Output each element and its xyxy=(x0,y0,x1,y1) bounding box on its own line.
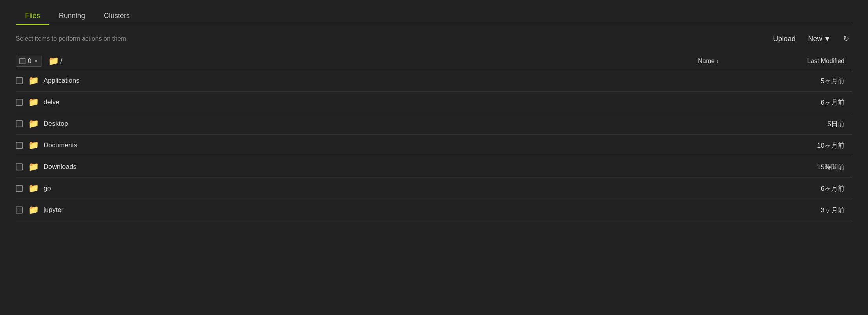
file-name: go xyxy=(44,185,774,192)
tab-clusters[interactable]: Clusters xyxy=(94,8,139,25)
breadcrumb-folder-icon: 📁 xyxy=(48,56,59,66)
tab-bar: Files Running Clusters xyxy=(16,8,852,25)
file-modified: 6ヶ月前 xyxy=(774,184,852,193)
file-name: Documents xyxy=(44,141,774,149)
folder-icon: 📁 xyxy=(28,162,39,172)
file-checkbox[interactable] xyxy=(16,185,23,192)
column-name-header[interactable]: Name ↓ xyxy=(698,58,719,65)
file-name: delve xyxy=(44,98,774,106)
toolbar: Select items to perform actions on them.… xyxy=(16,31,852,46)
folder-icon: 📁 xyxy=(28,119,39,129)
upload-label: Upload xyxy=(773,35,795,43)
file-modified: 6ヶ月前 xyxy=(774,98,852,107)
select-all-checkbox[interactable] xyxy=(19,58,25,64)
file-row[interactable]: 📁 Desktop 5日前 xyxy=(16,113,852,135)
selected-count: 0 xyxy=(28,58,31,65)
breadcrumb-path[interactable]: / xyxy=(60,57,62,65)
file-modified: 10ヶ月前 xyxy=(774,141,852,150)
file-row[interactable]: 📁 jupyter 3ヶ月前 xyxy=(16,199,852,221)
file-checkbox[interactable] xyxy=(16,163,23,170)
tab-running[interactable]: Running xyxy=(49,8,94,25)
select-all-container[interactable]: 0 ▼ xyxy=(16,56,42,67)
file-modified: 5ヶ月前 xyxy=(774,76,852,85)
file-row[interactable]: 📁 Documents 10ヶ月前 xyxy=(16,135,852,156)
folder-icon: 📁 xyxy=(28,205,39,215)
tab-files[interactable]: Files xyxy=(16,8,49,25)
upload-button[interactable]: Upload xyxy=(770,33,799,45)
file-row[interactable]: 📁 Downloads 15時間前 xyxy=(16,156,852,178)
file-modified: 15時間前 xyxy=(774,163,852,172)
file-name: jupyter xyxy=(44,206,774,214)
file-checkbox[interactable] xyxy=(16,77,23,84)
column-modified-header[interactable]: Last Modified xyxy=(774,58,852,65)
folder-icon: 📁 xyxy=(28,76,39,86)
file-checkbox[interactable] xyxy=(16,206,23,214)
file-name: Desktop xyxy=(44,120,774,128)
folder-icon: 📁 xyxy=(28,183,39,194)
tab-files-label: Files xyxy=(25,12,40,20)
file-checkbox[interactable] xyxy=(16,120,23,127)
new-dropdown-arrow-icon: ▼ xyxy=(824,35,831,43)
tab-running-label: Running xyxy=(59,12,85,20)
new-label: New xyxy=(808,35,822,43)
folder-icon: 📁 xyxy=(28,140,39,150)
breadcrumb-bar: 0 ▼ 📁 / Name ↓ Last Modified xyxy=(16,52,852,70)
select-hint-text: Select items to perform actions on them. xyxy=(16,35,128,42)
new-button[interactable]: New ▼ xyxy=(805,33,834,45)
file-name: Applications xyxy=(44,77,774,85)
folder-icon: 📁 xyxy=(28,97,39,107)
file-name: Downloads xyxy=(44,163,774,171)
file-modified: 5日前 xyxy=(774,119,852,129)
refresh-icon: ↻ xyxy=(843,35,849,43)
file-row[interactable]: 📁 delve 6ヶ月前 xyxy=(16,92,852,113)
sort-arrow-icon: ↓ xyxy=(716,58,719,64)
toolbar-actions: Upload New ▼ ↻ xyxy=(770,33,852,45)
refresh-button[interactable]: ↻ xyxy=(840,33,852,45)
file-list: 📁 Applications 5ヶ月前 📁 delve 6ヶ月前 📁 Deskt… xyxy=(16,70,852,221)
file-modified: 3ヶ月前 xyxy=(774,206,852,215)
file-row[interactable]: 📁 Applications 5ヶ月前 xyxy=(16,70,852,92)
file-checkbox[interactable] xyxy=(16,99,23,106)
tab-clusters-label: Clusters xyxy=(104,12,130,20)
select-hint: Select items to perform actions on them. xyxy=(16,35,128,42)
file-row[interactable]: 📁 go 6ヶ月前 xyxy=(16,178,852,199)
column-name-label: Name xyxy=(698,58,715,65)
column-modified-label: Last Modified xyxy=(807,58,844,64)
select-dropdown-icon[interactable]: ▼ xyxy=(34,58,38,64)
file-checkbox[interactable] xyxy=(16,142,23,149)
